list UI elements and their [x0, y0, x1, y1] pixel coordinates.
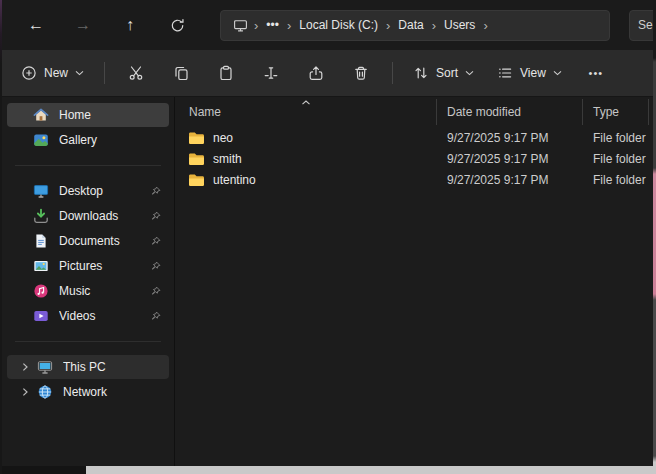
column-header-row: Name Date modified Type	[175, 99, 653, 125]
sidebar-item-videos[interactable]: Videos	[7, 304, 169, 328]
file-explorer-window: ← → ↑ › ••• › Local Disk (C:) › Data › U…	[2, 0, 653, 466]
view-button[interactable]: View	[488, 56, 571, 90]
chevron-down-icon	[465, 70, 474, 76]
sidebar-item-label: Desktop	[59, 184, 150, 198]
rename-button[interactable]	[251, 56, 291, 90]
sidebar-item-desktop[interactable]: Desktop	[7, 179, 169, 203]
sort-button[interactable]: Sort	[404, 56, 483, 90]
sidebar-item-this-pc[interactable]: This PC	[7, 355, 169, 379]
sidebar-item-label: Network	[63, 385, 161, 399]
share-icon	[308, 65, 324, 81]
up-button[interactable]: ↑	[110, 9, 150, 41]
file-name: smith	[213, 152, 242, 166]
breadcrumb-item-users[interactable]: Users	[438, 15, 481, 35]
navigation-bar: ← → ↑ › ••• › Local Disk (C:) › Data › U…	[2, 0, 653, 50]
breadcrumb-chevron-icon[interactable]: ›	[481, 19, 489, 32]
file-list-pane: Name Date modified Type neo	[174, 97, 653, 466]
pin-icon	[150, 186, 161, 197]
back-button[interactable]: ←	[16, 9, 56, 41]
copy-button[interactable]	[161, 56, 201, 90]
sidebar-item-label: Music	[59, 284, 150, 298]
folder-icon	[188, 173, 205, 187]
documents-icon	[33, 233, 49, 249]
share-button[interactable]	[296, 56, 336, 90]
content-area: Home Gallery Desktop	[2, 97, 653, 466]
file-name: neo	[213, 131, 233, 145]
screen-edge-left	[0, 0, 2, 474]
sidebar-item-label: Videos	[59, 309, 150, 323]
breadcrumb-chevron-icon[interactable]: ›	[252, 19, 260, 32]
sidebar-item-label: Home	[59, 108, 161, 122]
more-options-button[interactable]: •••	[576, 56, 616, 90]
pin-icon	[150, 211, 161, 222]
new-button[interactable]: New	[12, 56, 93, 90]
screen-edge-bottom	[0, 466, 656, 474]
sort-button-label: Sort	[436, 66, 458, 80]
sidebar-divider	[15, 341, 161, 342]
column-header-name[interactable]: Name	[175, 99, 437, 125]
sort-arrows-icon	[413, 65, 429, 81]
refresh-icon	[170, 18, 185, 33]
search-input[interactable]: Se	[629, 10, 653, 41]
breadcrumb-item-local-disk[interactable]: Local Disk (C:)	[293, 15, 384, 35]
column-header-date-modified[interactable]: Date modified	[437, 99, 583, 125]
search-text: Se	[638, 18, 653, 32]
view-button-label: View	[520, 66, 546, 80]
address-bar[interactable]: › ••• › Local Disk (C:) › Data › Users ›	[220, 10, 610, 41]
forward-button[interactable]: →	[63, 9, 103, 41]
pin-icon	[150, 286, 161, 297]
file-date-modified: 9/27/2025 9:17 PM	[437, 148, 583, 169]
file-name-cell: neo	[175, 127, 437, 148]
folder-icon	[188, 131, 205, 145]
navigation-sidebar: Home Gallery Desktop	[2, 97, 174, 466]
paste-icon	[218, 65, 234, 81]
this-pc-icon	[227, 18, 252, 33]
downloads-icon	[33, 208, 49, 224]
file-row-neo[interactable]: neo 9/27/2025 9:17 PM File folder	[175, 127, 653, 148]
file-row-smith[interactable]: smith 9/27/2025 9:17 PM File folder	[175, 148, 653, 169]
paste-button[interactable]	[206, 56, 246, 90]
rename-icon	[263, 65, 279, 81]
breadcrumb-chevron-icon[interactable]: ›	[285, 19, 293, 32]
breadcrumb-overflow-button[interactable]: •••	[260, 15, 285, 35]
gallery-icon	[33, 132, 49, 148]
sidebar-item-network[interactable]: Network	[7, 380, 169, 404]
file-type: File folder	[583, 169, 649, 190]
plus-icon	[21, 65, 37, 81]
sidebar-item-home[interactable]: Home	[7, 103, 169, 127]
breadcrumb-chevron-icon[interactable]: ›	[384, 19, 392, 32]
column-header-type[interactable]: Type	[583, 99, 649, 125]
delete-button[interactable]	[341, 56, 381, 90]
up-icon: ↑	[126, 17, 134, 33]
breadcrumb-chevron-icon[interactable]: ›	[430, 19, 438, 32]
view-list-icon	[497, 65, 513, 81]
sidebar-item-label: Gallery	[59, 133, 161, 147]
cut-button[interactable]	[116, 56, 156, 90]
sidebar-item-music[interactable]: Music	[7, 279, 169, 303]
sidebar-item-gallery[interactable]: Gallery	[7, 128, 169, 152]
sidebar-item-label: Downloads	[59, 209, 150, 223]
chevron-down-icon	[553, 70, 562, 76]
sidebar-item-downloads[interactable]: Downloads	[7, 204, 169, 228]
trash-icon	[353, 65, 369, 81]
back-icon: ←	[28, 17, 44, 33]
pin-icon	[150, 311, 161, 322]
folder-icon	[188, 152, 205, 166]
refresh-button[interactable]	[157, 9, 197, 41]
file-row-utentino[interactable]: utentino 9/27/2025 9:17 PM File folder	[175, 169, 653, 190]
file-name-cell: utentino	[175, 169, 437, 190]
command-toolbar: New	[2, 50, 653, 97]
toolbar-divider	[104, 62, 105, 84]
file-name-cell: smith	[175, 148, 437, 169]
sidebar-item-label: Documents	[59, 234, 150, 248]
pictures-icon	[33, 258, 49, 274]
this-pc-icon	[37, 359, 53, 375]
forward-icon: →	[75, 17, 91, 33]
sidebar-item-documents[interactable]: Documents	[7, 229, 169, 253]
chevron-right-icon[interactable]	[17, 387, 33, 397]
file-rows: neo 9/27/2025 9:17 PM File folder smith …	[175, 127, 653, 190]
new-button-label: New	[44, 66, 68, 80]
sidebar-item-pictures[interactable]: Pictures	[7, 254, 169, 278]
breadcrumb-item-data[interactable]: Data	[392, 15, 429, 35]
chevron-right-icon[interactable]	[17, 362, 33, 372]
